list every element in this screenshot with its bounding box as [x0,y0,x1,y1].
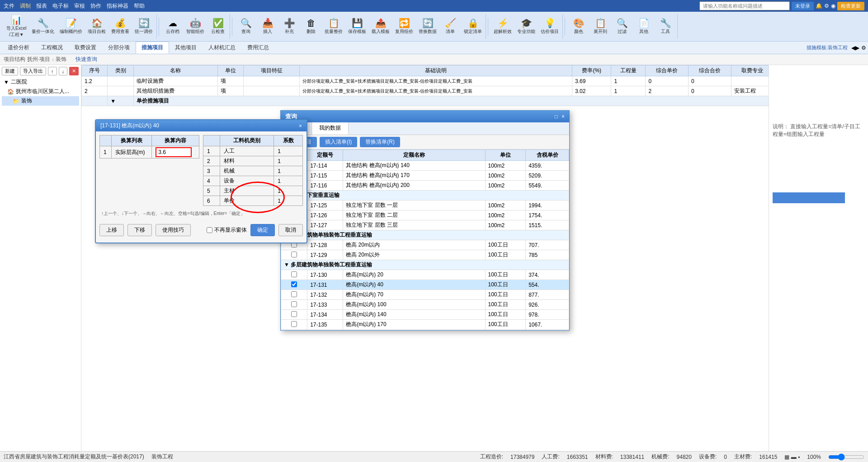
query-table-row[interactable]: 17-115 其他结构 檐高(m以内) 170 100m2 5209. [281,171,569,181]
query-check-cell[interactable] [281,300,307,310]
quick-search-label[interactable]: 快速查询 [75,56,97,63]
insert-button[interactable]: 📥 插入 [258,15,278,38]
query-table-row[interactable]: 17-131 檐高(m以内) 40 100工日 554. [281,280,569,290]
estimate-button[interactable]: 💡 估价项目 [539,15,561,38]
batch-price-button[interactable]: 📋 批量整价 [323,15,344,38]
tree-down-button[interactable]: ↓ [59,67,68,75]
tab-cost-analysis[interactable]: 遗价分析 [2,42,35,54]
collapse-icon[interactable]: ▼ [110,98,116,104]
menu-file[interactable]: 文件 [4,2,14,10]
tree-item-decoration[interactable]: 📁 装饰 [2,96,79,106]
mat-table-row[interactable]: 4 设备 1 [203,176,303,186]
no-show-label[interactable]: 不再显示窗体 [207,226,247,234]
filter-button[interactable]: 🔍 过滤 [612,15,632,38]
tab-project-overview[interactable]: 工程概况 [35,42,69,54]
table-row-group[interactable]: ▼ 单价措施项目 [82,96,868,106]
zoom-slider[interactable] [828,453,864,461]
settings-small-icon[interactable]: ⚙ [861,45,866,51]
tree-item-project[interactable]: 🏠 抚州市临川区第二人... [2,87,79,96]
project-path-part2[interactable]: 装饰 [56,56,66,63]
calc-dialog-close-icon[interactable]: × [299,123,302,129]
tab-other[interactable]: 其他项目 [169,42,203,54]
calc-table-row[interactable]: 1 实际层高(m) [100,146,199,159]
other-button[interactable]: 📄 其他 [634,15,654,38]
project-path-part1[interactable]: 抚州·项目 [27,56,50,63]
price-integration-button[interactable]: 🔧 量价一体化 [30,15,56,38]
replace-list-button[interactable]: 替换清单(R) [360,137,400,147]
supplement-button[interactable]: ➕ 补充 [279,15,299,38]
confirm-button[interactable]: 确定 [250,224,275,236]
query-checkbox[interactable] [291,311,297,317]
query-table-row[interactable]: 17-128 檐高 20m以内 100工日 707. [281,240,569,250]
no-show-checkbox[interactable] [207,227,212,233]
super-parse-button[interactable]: ⚡ 超解析效 [492,15,514,38]
query-dialog[interactable]: 查询 □ × 人材机 我的数据 插入子目 插入清单(I) 替换清单(R) [280,110,570,331]
nav-prev-icon[interactable]: ◀ [851,45,855,51]
delete-button[interactable]: 🗑 删除 [301,15,321,38]
tree-new-button[interactable]: 新建 [2,67,18,75]
query-checkbox[interactable] [291,301,297,307]
menu-index[interactable]: 指标神器 [107,2,128,10]
cloud-archive-button[interactable]: ☁ 云存档 [163,15,183,38]
check-update-button[interactable]: 检查更新 [837,2,864,10]
nav-next-icon[interactable]: ▶ [855,45,859,51]
query-check-cell[interactable] [281,270,307,280]
replace-data-button[interactable]: 🔄 替换数据 [417,15,439,38]
query-resize-icon[interactable]: □ [555,113,558,120]
import-excel-button[interactable]: 📊 导入Excel/工程▼ [5,15,28,38]
query-table-row[interactable]: 17-127 独立地下室 层数 三层 100m2 1515. [281,220,569,230]
query-check-cell[interactable] [281,310,307,320]
mat-table-row[interactable]: 5 主材 1 [203,186,303,196]
query-table-row[interactable]: 17-133 檐高(m以内) 100 100工日 926. [281,300,569,310]
query-checkbox[interactable] [291,252,297,257]
query-check-cell[interactable] [281,280,307,290]
mat-table-row[interactable]: 3 机械 1 [203,166,303,176]
tree-up-button[interactable]: ↑ [48,67,57,75]
table-row[interactable]: 2 其他组织措施费 项 分部分项定额人工费_安装+技术措施项目定额人工费_安装-… [82,86,868,96]
query-table-row[interactable]: 17-114 其他结构 檐高(m以内) 140 100m2 4359. [281,161,569,171]
query-tab-my-data[interactable]: 我的数据 [312,122,349,135]
theme-icon[interactable]: ◉ [831,3,835,9]
usage-tips-button[interactable]: 使用技巧 [156,224,191,236]
query-check-cell[interactable] [281,320,307,330]
move-up-button[interactable]: 上移 [99,224,124,236]
query-table-wrap[interactable]: 选中 定额号 定额名称 单位 含税单价 17-114 其他结构 檐高(m以内) … [281,149,569,330]
query-table-row[interactable]: 17-130 檐高(m以内) 20 100工日 374. [281,270,569,280]
menu-cooperate[interactable]: 协作 [90,2,101,10]
query-check-cell[interactable] [281,250,307,260]
professional-button[interactable]: 🎓 专业功能 [515,15,537,38]
tab-sections[interactable]: 分部分项 [102,42,136,54]
smart-group-button[interactable]: 🤖 智能组价 [184,15,206,38]
menu-review[interactable]: 审核 [74,2,85,10]
tools-button[interactable]: 🔧 工具 [656,15,675,38]
query-button[interactable]: 🔍 查询 [236,15,256,38]
table-row[interactable]: 1.2 临时设施费 项 分部分项定额人工费_安装+技术措施项目定额人工费_安装-… [82,76,868,86]
menu-help[interactable]: 帮助 [134,2,145,10]
query-checkbox[interactable] [291,321,297,327]
query-table-row[interactable]: 17-125 独立地下室 层数 一层 100m2 1994. [281,201,569,210]
query-close-icon[interactable]: × [561,113,565,120]
mat-table-row[interactable]: 2 材料 1 [203,156,303,166]
query-checkbox[interactable] [291,271,297,277]
compile-price-button[interactable]: 📝 编制概约价 [58,15,84,38]
project-check-button[interactable]: 🏠 项目自检 [86,15,108,38]
query-table-row[interactable]: 17-136 檐高(m以内) 200 100工日 1186 [281,330,569,331]
query-table-row[interactable]: 17-129 檐高 20m以外 100工日 785 [281,250,569,260]
cancel-button[interactable]: 取消 [278,224,303,236]
cost-view-button[interactable]: 💰 费用查看 [109,15,131,38]
query-table-row[interactable]: 17-135 檐高(m以内) 170 100工日 1067. [281,320,569,330]
query-checkbox[interactable] [291,291,297,297]
tab-fee-settings[interactable]: 取费设置 [69,42,102,54]
lock-list-button[interactable]: 🔒 锁定清单 [462,15,484,38]
menu-report[interactable]: 报表 [36,2,47,10]
cloud-check-button[interactable]: ✅ 云检查 [208,15,228,38]
query-table-row[interactable]: 17-132 檐高(m以内) 70 100工日 877. [281,290,569,300]
query-check-cell[interactable] [281,290,307,300]
move-down-button[interactable]: 下移 [127,224,152,236]
query-table-row[interactable]: 17-134 檐高(m以内) 140 100工日 978. [281,310,569,320]
settings-icon[interactable]: ⚙ [824,3,829,9]
tree-item-hospital[interactable]: ▼ 二医院 [2,77,79,87]
calc-row-value-cell[interactable] [152,146,199,159]
insert-list-button[interactable]: 插入清单(I) [320,137,357,147]
reuse-group-button[interactable]: 🔁 复用组价 [393,15,415,38]
